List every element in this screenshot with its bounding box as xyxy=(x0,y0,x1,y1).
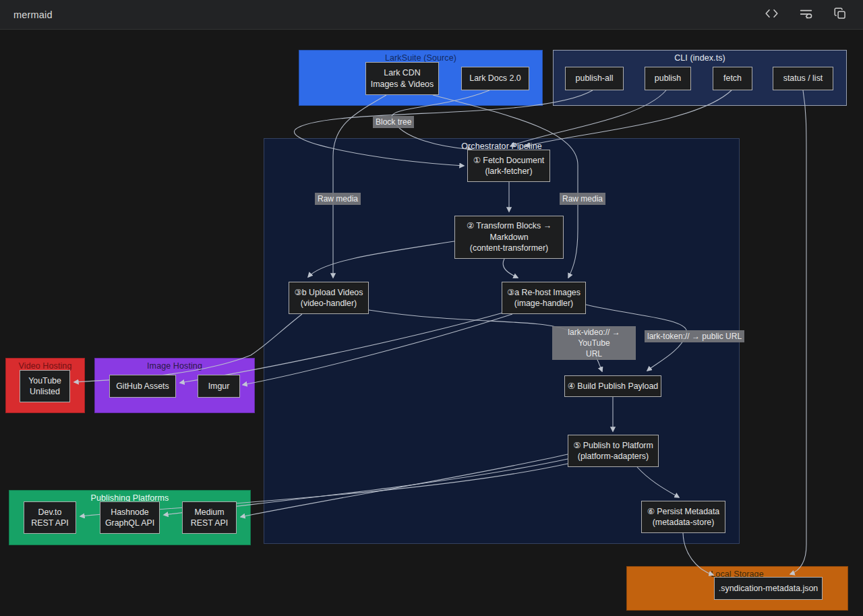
node-label: status / list xyxy=(783,73,823,84)
copy-icon xyxy=(833,7,847,22)
node-lark-cdn[interactable]: Lark CDN Images & Videos xyxy=(365,62,439,95)
node-persist-metadata[interactable]: ⑥ Persist Metadata (metadata-store) xyxy=(641,501,725,533)
node-publish[interactable]: publish xyxy=(645,67,691,90)
node-label: ③b Upload Videos xyxy=(295,287,363,299)
toggle-wrap-button[interactable] xyxy=(796,5,816,24)
node-medium[interactable]: Medium REST API xyxy=(182,501,237,534)
node-fetch-document[interactable]: ① Fetch Document (lark-fetcher) xyxy=(467,150,550,182)
node-label: ① Fetch Document xyxy=(473,155,544,166)
code-icon xyxy=(765,7,779,22)
node-devto[interactable]: Dev.to REST API xyxy=(24,501,76,534)
node-label: ⑥ Persist Metadata xyxy=(647,506,720,518)
node-label: ④ Build Publish Payload xyxy=(568,381,658,392)
node-label: (platform-adapters) xyxy=(578,451,649,462)
node-label: Unlisted xyxy=(30,386,60,398)
node-label: publish-all xyxy=(576,73,614,84)
subgraph-video-hosting-title: Video Hosting xyxy=(6,361,84,371)
edge-label-lark-token: lark-token:// → public URL xyxy=(645,330,744,342)
node-label: ⑤ Publish to Platform xyxy=(573,440,653,452)
node-label: (content-transformer) xyxy=(470,243,548,254)
node-label: .syndication-metadata.json xyxy=(719,583,818,594)
edge-label-raw-media-right: Raw media xyxy=(560,193,605,205)
node-label: Hashnode xyxy=(111,507,149,518)
view-code-button[interactable] xyxy=(762,5,781,24)
node-label: (lark-fetcher) xyxy=(485,166,532,177)
node-rehost-images[interactable]: ③a Re-host Images (image-handler) xyxy=(502,282,586,314)
edge-label-lark-video: lark-video:// → YouTube URL xyxy=(552,326,636,360)
node-label: Medium xyxy=(194,507,224,518)
edge-label-block-tree: Block tree xyxy=(373,116,414,128)
node-label: publish xyxy=(655,73,681,84)
node-fetch[interactable]: fetch xyxy=(713,67,752,90)
node-label: REST API xyxy=(31,518,69,529)
node-label: Markdown xyxy=(489,232,528,243)
node-label: fetch xyxy=(723,73,742,84)
node-imgur[interactable]: Imgur xyxy=(198,375,240,398)
node-github-assets[interactable]: GitHub Assets xyxy=(109,375,176,398)
node-label: ② Transform Blocks → xyxy=(467,220,552,232)
node-label: (image-handler) xyxy=(514,298,573,309)
edge-label-line: lark-video:// → YouTube xyxy=(555,327,633,348)
node-upload-videos[interactable]: ③b Upload Videos (video-handler) xyxy=(289,282,369,314)
node-label: Lark CDN xyxy=(384,67,420,79)
node-build-publish-payload[interactable]: ④ Build Publish Payload xyxy=(564,375,661,397)
subgraph-larksuite-title: LarkSuite (Source) xyxy=(299,53,542,63)
node-publish-to-platform[interactable]: ⑤ Publish to Platform (platform-adapters… xyxy=(568,435,659,467)
node-youtube-unlisted[interactable]: YouTube Unlisted xyxy=(20,370,70,402)
subgraph-image-hosting-title: Image Hosting xyxy=(95,361,254,371)
edge-label-raw-media-left: Raw media xyxy=(315,193,361,205)
node-publish-all[interactable]: publish-all xyxy=(565,67,624,90)
node-hashnode[interactable]: Hashnode GraphQL API xyxy=(100,501,160,534)
node-label: GraphQL API xyxy=(105,518,154,529)
node-label: GitHub Assets xyxy=(116,381,169,392)
node-lark-docs[interactable]: Lark Docs 2.0 xyxy=(461,67,529,90)
header-bar: mermaid xyxy=(0,0,863,30)
node-label: Lark Docs 2.0 xyxy=(469,73,520,84)
node-syndication-metadata-json[interactable]: .syndication-metadata.json xyxy=(714,577,823,600)
edge-label-line: URL xyxy=(555,348,633,359)
copy-button[interactable] xyxy=(831,4,850,25)
node-transform-blocks[interactable]: ② Transform Blocks → Markdown (content-t… xyxy=(454,216,564,259)
node-label: Imgur xyxy=(208,381,230,392)
word-wrap-icon xyxy=(799,7,813,22)
node-label: (metadata-store) xyxy=(653,517,715,528)
node-label: Dev.to xyxy=(38,507,62,518)
mermaid-diagram-viewer: mermaid LarkSuite (Source) CLI (index.ts… xyxy=(0,0,863,616)
node-label: Images & Videos xyxy=(371,79,434,90)
app-title: mermaid xyxy=(13,9,53,20)
node-status-list[interactable]: status / list xyxy=(773,67,833,90)
node-label: (video-handler) xyxy=(301,298,357,309)
node-label: REST API xyxy=(191,518,229,529)
node-label: YouTube xyxy=(28,375,61,387)
subgraph-cli-title: CLI (index.ts) xyxy=(554,53,846,63)
node-label: ③a Re-host Images xyxy=(507,287,581,299)
